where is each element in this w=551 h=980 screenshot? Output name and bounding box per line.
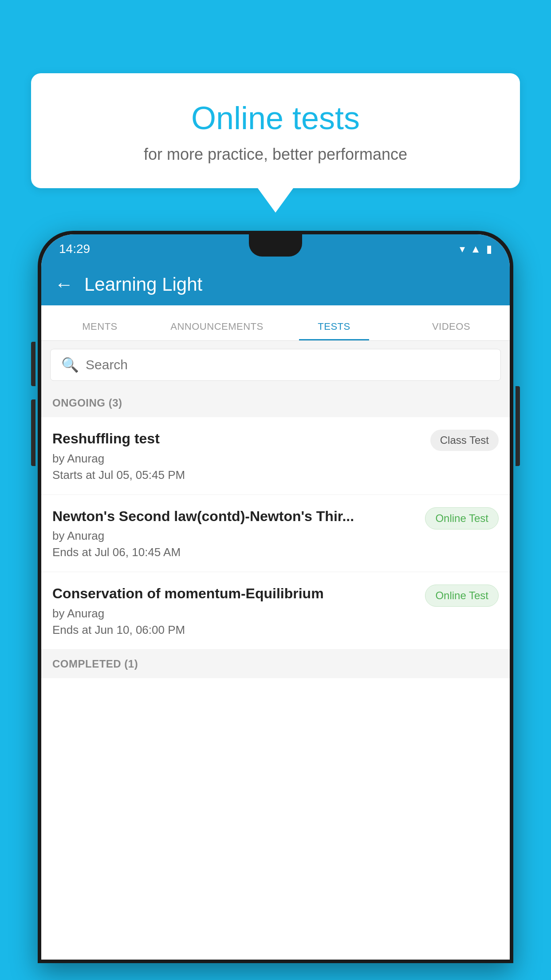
phone-screen: 14:29 ▾ ▲ ▮ ← Learning Light MENTS ANNOU… xyxy=(41,234,510,960)
battery-icon: ▮ xyxy=(486,243,492,255)
completed-section-header: COMPLETED (1) xyxy=(41,650,510,678)
test-item[interactable]: Reshuffling test by Anurag Starts at Jul… xyxy=(41,417,510,495)
search-input[interactable] xyxy=(86,357,490,372)
wifi-icon: ▾ xyxy=(460,243,465,255)
test-item[interactable]: Newton's Second law(contd)-Newton's Thir… xyxy=(41,495,510,573)
search-icon: 🔍 xyxy=(61,356,79,373)
test-date: Ends at Jun 10, 06:00 PM xyxy=(52,623,418,637)
tab-bar: MENTS ANNOUNCEMENTS TESTS VIDEOS xyxy=(41,305,510,341)
tab-tests[interactable]: TESTS xyxy=(276,321,393,340)
test-date: Starts at Jul 05, 05:45 PM xyxy=(52,468,424,482)
test-info: Conservation of momentum-Equilibrium by … xyxy=(52,585,418,637)
tab-announcements[interactable]: ANNOUNCEMENTS xyxy=(158,321,276,340)
phone-container: 14:29 ▾ ▲ ▮ ← Learning Light MENTS ANNOU… xyxy=(38,231,513,980)
test-item[interactable]: Conservation of momentum-Equilibrium by … xyxy=(41,572,510,650)
app-title: Learning Light xyxy=(84,274,202,295)
phone-notch xyxy=(249,234,302,257)
test-author: by Anurag xyxy=(52,529,418,543)
test-date: Ends at Jul 06, 10:45 AM xyxy=(52,545,418,559)
test-title: Reshuffling test xyxy=(52,430,424,448)
phone-volume-up-button xyxy=(31,342,35,386)
status-icons: ▾ ▲ ▮ xyxy=(460,243,492,255)
test-title: Conservation of momentum-Equilibrium xyxy=(52,585,418,603)
test-author: by Anurag xyxy=(52,452,424,466)
speech-bubble-container: Online tests for more practice, better p… xyxy=(31,73,520,213)
phone-power-button xyxy=(516,386,520,466)
ongoing-section-header: ONGOING (3) xyxy=(41,389,510,417)
test-info: Reshuffling test by Anurag Starts at Jul… xyxy=(52,430,424,482)
speech-bubble: Online tests for more practice, better p… xyxy=(31,73,520,188)
tab-videos[interactable]: VIDEOS xyxy=(393,321,510,340)
test-badge-class: Class Test xyxy=(430,430,499,451)
test-badge-online: Online Test xyxy=(425,585,499,607)
test-title: Newton's Second law(contd)-Newton's Thir… xyxy=(52,507,418,526)
test-badge-online: Online Test xyxy=(425,507,499,530)
signal-icon: ▲ xyxy=(470,243,481,255)
tab-assignments[interactable]: MENTS xyxy=(41,321,158,340)
phone-volume-down-button xyxy=(31,399,35,466)
test-info: Newton's Second law(contd)-Newton's Thir… xyxy=(52,507,418,560)
search-wrapper: 🔍 xyxy=(50,349,501,381)
search-container: 🔍 xyxy=(41,341,510,389)
app-header: ← Learning Light xyxy=(41,263,510,305)
phone-frame: 14:29 ▾ ▲ ▮ ← Learning Light MENTS ANNOU… xyxy=(38,231,513,963)
back-button[interactable]: ← xyxy=(55,274,73,295)
speech-bubble-title: Online tests xyxy=(53,100,498,136)
status-time: 14:29 xyxy=(59,242,90,256)
test-list: Reshuffling test by Anurag Starts at Jul… xyxy=(41,417,510,650)
test-author: by Anurag xyxy=(52,607,418,620)
speech-bubble-pointer xyxy=(258,188,293,213)
speech-bubble-subtitle: for more practice, better performance xyxy=(53,145,498,164)
